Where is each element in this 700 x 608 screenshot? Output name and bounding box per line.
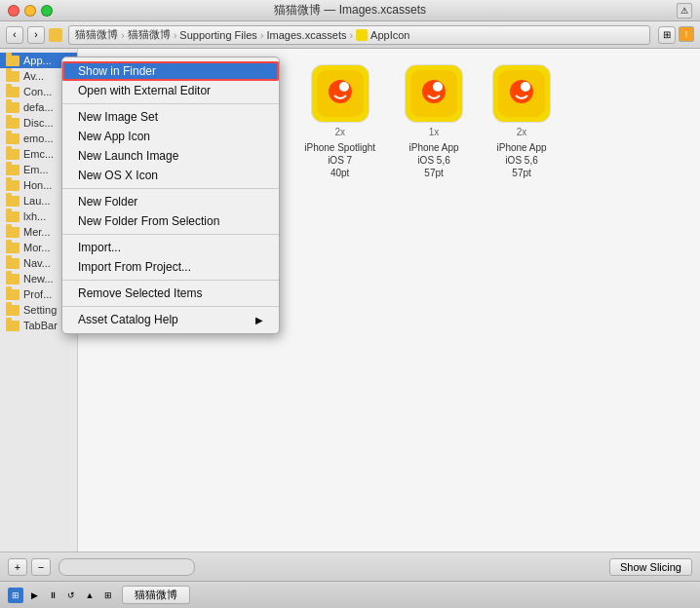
- context-menu: Show in Finder Open with External Editor…: [61, 57, 280, 334]
- cm-open-external[interactable]: Open with External Editor: [62, 81, 279, 100]
- cm-new-app-icon[interactable]: New App Icon: [62, 127, 279, 146]
- icon-weibo-3: [311, 64, 369, 123]
- cm-new-folder[interactable]: New Folder: [62, 192, 279, 211]
- separator-3: [62, 234, 279, 235]
- status-icon-refresh[interactable]: ↺: [63, 588, 79, 603]
- cm-import-project[interactable]: Import From Project...: [62, 257, 279, 277]
- icon-weibo-5: [492, 64, 551, 123]
- folder-icon: [6, 243, 19, 253]
- svg-point-5: [339, 82, 349, 92]
- maximize-button[interactable]: [41, 5, 53, 17]
- separator-4: [62, 280, 279, 281]
- window-title: 猫猫微博 — Images.xcassets: [274, 2, 426, 19]
- cm-import[interactable]: Import...: [62, 238, 279, 257]
- svg-point-10: [510, 80, 533, 103]
- folder-icon: [6, 71, 19, 82]
- status-icon-pause[interactable]: ⏸: [45, 588, 60, 603]
- nav-right-buttons: ⊞ !: [658, 26, 694, 44]
- breadcrumb-project[interactable]: 猫猫微博: [75, 27, 118, 42]
- show-slicing-button[interactable]: Show Slicing: [609, 558, 692, 576]
- breadcrumb-appicon[interactable]: AppIcon: [370, 29, 409, 41]
- breadcrumb-xcassets[interactable]: Images.xcassets: [267, 29, 347, 41]
- folder-icon: [6, 227, 19, 238]
- icon-item-3[interactable]: 2x iPhone SpotlightiOS 740pt: [304, 64, 375, 179]
- folder-icon: [6, 102, 19, 113]
- status-icon-play[interactable]: ▶: [26, 588, 42, 603]
- title-bar: 猫猫微博 — Images.xcassets ⚠: [0, 0, 700, 21]
- folder-icon: [6, 321, 19, 331]
- cm-remove-selected[interactable]: Remove Selected Items: [62, 284, 279, 303]
- cm-show-in-finder[interactable]: Show in Finder: [62, 61, 279, 81]
- close-button[interactable]: [8, 5, 19, 17]
- separator-5: [62, 306, 279, 307]
- cm-new-launch-image[interactable]: New Launch Image: [62, 146, 279, 166]
- folder-icon: [6, 133, 19, 144]
- window-controls[interactable]: [8, 5, 53, 17]
- cm-asset-help[interactable]: Asset Catalog Help ▶: [62, 310, 279, 329]
- breadcrumb: 猫猫微博 › 猫猫微博 › Supporting Files › Images.…: [68, 25, 650, 45]
- svg-point-4: [329, 80, 352, 103]
- separator-1: [62, 103, 279, 104]
- forward-button[interactable]: ›: [27, 26, 45, 44]
- folder-icon: [6, 305, 19, 316]
- show-slicing-btn-wrapper: Show Slicing: [609, 558, 692, 576]
- folder-icon: [6, 118, 19, 129]
- folder-icon: [6, 258, 19, 269]
- folder-icon: [6, 180, 19, 191]
- svg-point-7: [422, 80, 446, 103]
- status-icon-nav[interactable]: ⊞: [100, 588, 116, 603]
- project-folder-icon: [49, 28, 62, 42]
- breadcrumb-supporting[interactable]: Supporting Files: [179, 29, 257, 41]
- status-bar: ⊞ ▶ ⏸ ↺ ▲ ⊞ 猫猫微博: [0, 581, 700, 608]
- warning-icon[interactable]: ⚠: [677, 3, 692, 19]
- grid-view-button[interactable]: ⊞: [658, 26, 676, 44]
- cm-new-image-set[interactable]: New Image Set: [62, 107, 279, 127]
- submenu-arrow: ▶: [255, 315, 263, 325]
- nav-bar: ‹ › 猫猫微博 › 猫猫微博 › Supporting Files › Ima…: [0, 21, 700, 49]
- svg-point-8: [433, 82, 443, 92]
- bottom-toolbar: + − Show Slicing: [0, 551, 700, 581]
- folder-icon: [6, 274, 19, 285]
- separator-2: [62, 188, 279, 189]
- folder-icon: [6, 87, 19, 97]
- svg-point-11: [521, 82, 530, 92]
- folder-icon: [6, 289, 19, 300]
- bottom-left-controls: + −: [8, 558, 195, 576]
- icon-item-5[interactable]: 2x iPhone AppiOS 5,657pt: [492, 64, 551, 179]
- warning-badge: !: [679, 26, 694, 42]
- folder-icon: [6, 165, 19, 175]
- minimize-button[interactable]: [24, 5, 36, 17]
- status-icon-share[interactable]: ▲: [82, 588, 97, 603]
- folder-icon: [6, 149, 19, 160]
- remove-button[interactable]: −: [31, 558, 51, 576]
- folder-icon: [6, 211, 19, 222]
- folder-icon: [6, 56, 19, 66]
- back-button[interactable]: ‹: [6, 26, 23, 44]
- cm-new-folder-selection[interactable]: New Folder From Selection: [62, 211, 279, 231]
- cm-new-os-icon[interactable]: New OS X Icon: [62, 166, 279, 185]
- appicon-folder-icon: [356, 29, 368, 41]
- breadcrumb-folder[interactable]: 猫猫微博: [128, 27, 171, 42]
- folder-icon: [6, 196, 19, 207]
- status-icon-grid[interactable]: ⊞: [8, 588, 23, 603]
- add-button[interactable]: +: [8, 558, 27, 576]
- search-bar[interactable]: [58, 558, 195, 576]
- icon-item-4[interactable]: 1x iPhone AppiOS 5,657pt: [405, 64, 463, 179]
- status-app-name: 猫猫微博: [122, 586, 190, 604]
- icon-weibo-4: [405, 64, 463, 123]
